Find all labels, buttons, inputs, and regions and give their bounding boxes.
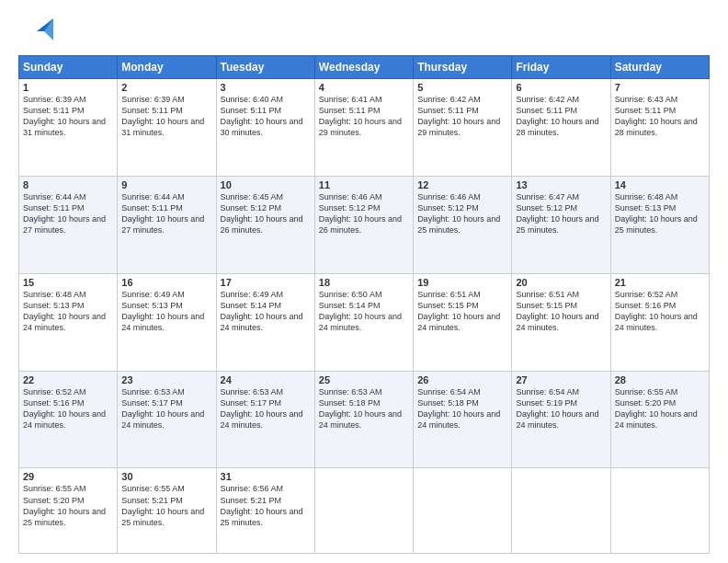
calendar-cell: 2Sunrise: 6:39 AMSunset: 5:11 PMDaylight…: [118, 79, 216, 177]
calendar-cell: 22Sunrise: 6:52 AMSunset: 5:16 PMDayligh…: [19, 371, 118, 468]
cell-info: Sunrise: 6:47 AMSunset: 5:12 PMDaylight:…: [516, 192, 598, 235]
day-number: 11: [319, 179, 409, 190]
header: [18, 15, 710, 48]
day-number: 10: [221, 179, 311, 190]
calendar-cell: 18Sunrise: 6:50 AMSunset: 5:14 PMDayligh…: [314, 273, 413, 371]
col-thursday: Thursday: [414, 56, 512, 79]
cell-info: Sunrise: 6:54 AMSunset: 5:18 PMDaylight:…: [417, 387, 500, 430]
calendar-cell: 8Sunrise: 6:44 AMSunset: 5:11 PMDaylight…: [19, 176, 118, 273]
cell-info: Sunrise: 6:48 AMSunset: 5:13 PMDaylight:…: [23, 290, 106, 332]
header-row: Sunday Monday Tuesday Wednesday Thursday…: [19, 56, 710, 79]
calendar-cell: 25Sunrise: 6:53 AMSunset: 5:18 PMDayligh…: [314, 371, 413, 468]
cell-info: Sunrise: 6:54 AMSunset: 5:19 PMDaylight:…: [516, 387, 598, 430]
calendar-cell: 3Sunrise: 6:40 AMSunset: 5:11 PMDaylight…: [216, 79, 314, 177]
day-number: 9: [121, 179, 211, 190]
calendar-cell: 24Sunrise: 6:53 AMSunset: 5:17 PMDayligh…: [216, 371, 314, 468]
day-number: 1: [23, 82, 113, 93]
calendar-cell: 14Sunrise: 6:48 AMSunset: 5:13 PMDayligh…: [610, 176, 709, 273]
day-number: 25: [319, 374, 409, 385]
calendar-cell: 27Sunrise: 6:54 AMSunset: 5:19 PMDayligh…: [512, 371, 610, 468]
calendar-cell: 4Sunrise: 6:41 AMSunset: 5:11 PMDaylight…: [314, 79, 413, 177]
calendar-cell: 11Sunrise: 6:46 AMSunset: 5:12 PMDayligh…: [314, 176, 413, 273]
logo-bird-icon: [18, 15, 53, 48]
cell-info: Sunrise: 6:55 AMSunset: 5:20 PMDaylight:…: [615, 387, 698, 430]
day-number: 3: [221, 82, 311, 93]
cell-info: Sunrise: 6:42 AMSunset: 5:11 PMDaylight:…: [516, 95, 598, 137]
cell-info: Sunrise: 6:55 AMSunset: 5:21 PMDaylight:…: [121, 484, 204, 526]
col-sunday: Sunday: [19, 56, 118, 79]
day-number: 14: [615, 179, 705, 190]
calendar-cell: 10Sunrise: 6:45 AMSunset: 5:12 PMDayligh…: [216, 176, 314, 273]
cell-info: Sunrise: 6:53 AMSunset: 5:17 PMDaylight:…: [221, 387, 303, 430]
calendar-cell: 5Sunrise: 6:42 AMSunset: 5:11 PMDaylight…: [414, 79, 512, 177]
day-number: 5: [417, 82, 507, 93]
col-monday: Monday: [118, 56, 216, 79]
cell-info: Sunrise: 6:49 AMSunset: 5:13 PMDaylight:…: [121, 290, 204, 332]
calendar-cell: 7Sunrise: 6:43 AMSunset: 5:11 PMDaylight…: [610, 79, 709, 177]
svg-marker-1: [44, 18, 53, 40]
day-number: 15: [23, 277, 113, 288]
cell-info: Sunrise: 6:39 AMSunset: 5:11 PMDaylight:…: [23, 95, 106, 137]
logo: [18, 15, 57, 48]
day-number: 4: [319, 82, 409, 93]
cell-info: Sunrise: 6:50 AMSunset: 5:14 PMDaylight:…: [319, 290, 402, 332]
cell-info: Sunrise: 6:55 AMSunset: 5:20 PMDaylight:…: [23, 484, 106, 526]
cell-info: Sunrise: 6:39 AMSunset: 5:11 PMDaylight:…: [121, 95, 204, 137]
cell-info: Sunrise: 6:51 AMSunset: 5:15 PMDaylight:…: [516, 290, 598, 332]
day-number: 20: [516, 277, 606, 288]
day-number: 6: [516, 82, 606, 93]
cell-info: Sunrise: 6:41 AMSunset: 5:11 PMDaylight:…: [319, 95, 402, 137]
day-number: 2: [121, 82, 211, 93]
cell-info: Sunrise: 6:52 AMSunset: 5:16 PMDaylight:…: [23, 387, 106, 430]
col-saturday: Saturday: [610, 56, 709, 79]
day-number: 30: [121, 471, 211, 482]
cell-info: Sunrise: 6:48 AMSunset: 5:13 PMDaylight:…: [615, 192, 698, 235]
calendar-cell: 9Sunrise: 6:44 AMSunset: 5:11 PMDaylight…: [118, 176, 216, 273]
cell-info: Sunrise: 6:42 AMSunset: 5:11 PMDaylight:…: [417, 95, 500, 137]
day-number: 8: [23, 179, 113, 190]
cell-info: Sunrise: 6:44 AMSunset: 5:11 PMDaylight:…: [121, 192, 204, 235]
col-tuesday: Tuesday: [216, 56, 314, 79]
day-number: 31: [221, 471, 311, 482]
day-number: 27: [516, 374, 606, 385]
calendar-cell: 19Sunrise: 6:51 AMSunset: 5:15 PMDayligh…: [414, 273, 512, 371]
calendar-cell: 13Sunrise: 6:47 AMSunset: 5:12 PMDayligh…: [512, 176, 610, 273]
calendar-cell: 28Sunrise: 6:55 AMSunset: 5:20 PMDayligh…: [610, 371, 709, 468]
day-number: 26: [417, 374, 507, 385]
day-number: 28: [615, 374, 705, 385]
calendar-table: Sunday Monday Tuesday Wednesday Thursday…: [18, 55, 710, 554]
calendar-cell: [512, 468, 610, 554]
calendar-cell: 6Sunrise: 6:42 AMSunset: 5:11 PMDaylight…: [512, 79, 610, 177]
cell-info: Sunrise: 6:40 AMSunset: 5:11 PMDaylight:…: [221, 95, 303, 137]
day-number: 23: [121, 374, 211, 385]
day-number: 16: [121, 277, 211, 288]
cell-info: Sunrise: 6:53 AMSunset: 5:17 PMDaylight:…: [121, 387, 204, 430]
calendar-cell: 17Sunrise: 6:49 AMSunset: 5:14 PMDayligh…: [216, 273, 314, 371]
cell-info: Sunrise: 6:43 AMSunset: 5:11 PMDaylight:…: [615, 95, 698, 137]
calendar-cell: 15Sunrise: 6:48 AMSunset: 5:13 PMDayligh…: [19, 273, 118, 371]
calendar-cell: 23Sunrise: 6:53 AMSunset: 5:17 PMDayligh…: [118, 371, 216, 468]
calendar-cell: 31Sunrise: 6:56 AMSunset: 5:21 PMDayligh…: [216, 468, 314, 554]
col-wednesday: Wednesday: [314, 56, 413, 79]
calendar-cell: [610, 468, 709, 554]
cell-info: Sunrise: 6:49 AMSunset: 5:14 PMDaylight:…: [221, 290, 303, 332]
col-friday: Friday: [512, 56, 610, 79]
day-number: 24: [221, 374, 311, 385]
calendar-cell: 29Sunrise: 6:55 AMSunset: 5:20 PMDayligh…: [19, 468, 118, 554]
calendar-cell: 12Sunrise: 6:46 AMSunset: 5:12 PMDayligh…: [414, 176, 512, 273]
calendar-cell: [314, 468, 413, 554]
cell-info: Sunrise: 6:46 AMSunset: 5:12 PMDaylight:…: [417, 192, 500, 235]
day-number: 17: [221, 277, 311, 288]
day-number: 13: [516, 179, 606, 190]
calendar-cell: 26Sunrise: 6:54 AMSunset: 5:18 PMDayligh…: [414, 371, 512, 468]
cell-info: Sunrise: 6:51 AMSunset: 5:15 PMDaylight:…: [417, 290, 500, 332]
day-number: 29: [23, 471, 113, 482]
cell-info: Sunrise: 6:46 AMSunset: 5:12 PMDaylight:…: [319, 192, 402, 235]
calendar-cell: 16Sunrise: 6:49 AMSunset: 5:13 PMDayligh…: [118, 273, 216, 371]
calendar-cell: 20Sunrise: 6:51 AMSunset: 5:15 PMDayligh…: [512, 273, 610, 371]
cell-info: Sunrise: 6:45 AMSunset: 5:12 PMDaylight:…: [221, 192, 303, 235]
day-number: 7: [615, 82, 705, 93]
calendar-cell: 21Sunrise: 6:52 AMSunset: 5:16 PMDayligh…: [610, 273, 709, 371]
day-number: 18: [319, 277, 409, 288]
cell-info: Sunrise: 6:52 AMSunset: 5:16 PMDaylight:…: [615, 290, 698, 332]
